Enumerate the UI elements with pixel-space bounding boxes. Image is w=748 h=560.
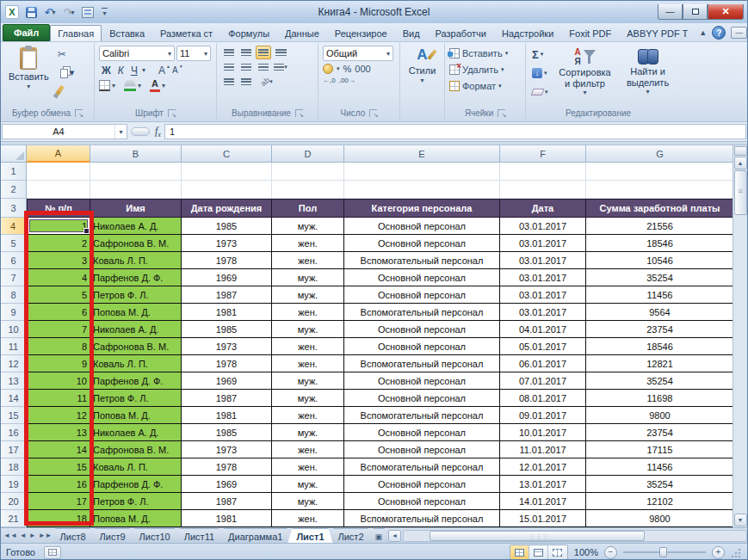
row-header-13[interactable]: 13 <box>1 372 27 390</box>
cell-A9[interactable]: 6 <box>27 304 90 321</box>
align-top-button[interactable] <box>221 46 237 59</box>
cell-A15[interactable]: 12 <box>27 407 90 424</box>
cell-F3[interactable]: Дата <box>500 199 586 218</box>
column-header-C[interactable]: C <box>182 145 272 163</box>
undo-icon[interactable]: ↶▾ <box>42 5 58 20</box>
cell-F9[interactable]: 03.01.2017 <box>500 304 586 321</box>
cell-D21[interactable]: жен. <box>272 510 344 527</box>
sheet-tab-Лист1[interactable]: Лист1 <box>287 528 332 543</box>
cell-A19[interactable]: 16 <box>27 476 90 493</box>
table-mode-icon[interactable] <box>80 5 96 20</box>
cell-E3[interactable]: Категория персонала <box>344 199 500 218</box>
zoom-out-button[interactable]: − <box>604 546 617 559</box>
cell-E8[interactable]: Основной персонал <box>344 286 500 304</box>
horizontal-scroll-thumb[interactable] <box>430 531 645 541</box>
cell-B16[interactable]: Николаев А. Д. <box>90 424 182 441</box>
cell-E15[interactable]: Вспомогательный персонал <box>344 407 500 424</box>
sheet-tab-Лист9[interactable]: Лист9 <box>91 528 134 543</box>
decrease-indent-button[interactable] <box>221 75 237 89</box>
cell-F4[interactable]: 03.01.2017 <box>500 218 586 235</box>
row-header-10[interactable]: 10 <box>1 321 27 338</box>
format-painter-button[interactable] <box>56 83 77 98</box>
number-format-combo[interactable]: Общий▾ <box>323 46 393 61</box>
cell-F16[interactable]: 10.01.2017 <box>500 424 586 441</box>
font-name-combo[interactable]: Calibri▾ <box>99 46 175 61</box>
column-header-G[interactable]: G <box>586 145 734 163</box>
cell-G6[interactable]: 10546 <box>586 252 734 269</box>
column-header-B[interactable]: B <box>90 145 182 163</box>
cell-G17[interactable]: 17115 <box>586 441 734 458</box>
cell-B18[interactable]: Коваль Л. П. <box>90 458 182 476</box>
cell-F1[interactable] <box>500 163 586 181</box>
ribbon-tab-Файл[interactable]: Файл <box>3 24 50 41</box>
cell-C5[interactable]: 1973 <box>182 235 272 252</box>
minimize-button[interactable]: — <box>658 4 683 20</box>
cell-C15[interactable]: 1981 <box>182 407 272 424</box>
cell-F19[interactable]: 13.01.2017 <box>500 476 586 493</box>
cell-C10[interactable]: 1985 <box>182 321 272 338</box>
cell-G16[interactable]: 23754 <box>586 424 734 441</box>
cell-G10[interactable]: 23754 <box>586 321 734 338</box>
cell-D2[interactable] <box>272 181 344 199</box>
cell-D4[interactable]: муж. <box>272 218 344 235</box>
cell-F10[interactable]: 04.01.2017 <box>500 321 586 338</box>
cell-B11[interactable]: Сафронова В. М. <box>90 338 182 355</box>
cell-G21[interactable]: 9800 <box>586 510 734 527</box>
cell-E5[interactable]: Основной персонал <box>344 235 500 252</box>
next-sheet-icon[interactable]: ► <box>29 532 36 539</box>
cell-A5[interactable]: 2 <box>27 235 90 252</box>
cell-D12[interactable]: жен. <box>272 355 344 372</box>
cell-C7[interactable]: 1969 <box>182 269 272 286</box>
cell-C1[interactable] <box>182 163 272 181</box>
underline-button[interactable]: Ч <box>128 63 140 77</box>
zoom-slider-thumb[interactable] <box>659 547 667 557</box>
clipboard-dialog-launcher-icon[interactable] <box>75 109 83 117</box>
cell-G20[interactable]: 12102 <box>586 493 734 510</box>
cell-G11[interactable]: 18546 <box>586 338 734 355</box>
cell-G15[interactable]: 9800 <box>586 407 734 424</box>
row-header-20[interactable]: 20 <box>1 493 27 510</box>
increase-indent-button[interactable] <box>238 75 254 89</box>
page-layout-view-button[interactable] <box>529 545 548 559</box>
formula-input[interactable]: 1 <box>164 124 746 139</box>
cell-A6[interactable]: 3 <box>27 252 90 269</box>
row-header-21[interactable]: 21 <box>1 510 27 527</box>
restore-button[interactable] <box>683 4 708 20</box>
cell-D5[interactable]: жен. <box>272 235 344 252</box>
cell-G14[interactable]: 11698 <box>586 390 734 407</box>
cell-G12[interactable]: 12821 <box>586 355 734 372</box>
cell-B7[interactable]: Парфенов Д. Ф. <box>90 269 182 286</box>
cell-D8[interactable]: муж. <box>272 286 344 304</box>
clear-button[interactable]: ▾ <box>530 84 550 100</box>
cell-D17[interactable]: жен. <box>272 441 344 458</box>
column-header-D[interactable]: D <box>272 145 344 163</box>
chevron-down-icon[interactable]: ▾ <box>114 125 127 138</box>
row-header-18[interactable]: 18 <box>1 458 27 476</box>
bold-button[interactable]: Ж <box>99 63 114 77</box>
cell-G4[interactable]: 21556 <box>586 218 734 235</box>
cell-B21[interactable]: Попова М. Д. <box>90 510 182 527</box>
number-dialog-launcher-icon[interactable] <box>369 109 377 117</box>
cell-E6[interactable]: Вспомогательный персонал <box>344 252 500 269</box>
sheet-tab-Лист11[interactable]: Лист11 <box>176 528 223 543</box>
find-select-button[interactable]: Найти и выделить ▾ <box>619 46 677 98</box>
sheet-tab-Лист8[interactable]: Лист8 <box>52 528 95 543</box>
cell-C19[interactable]: 1969 <box>182 476 272 493</box>
cell-G18[interactable]: 11456 <box>586 458 734 476</box>
cell-A2[interactable] <box>27 181 90 199</box>
row-header-9[interactable]: 9 <box>1 304 27 321</box>
cell-C4[interactable]: 1985 <box>182 218 272 235</box>
row-header-5[interactable]: 5 <box>1 235 27 252</box>
cell-F18[interactable]: 12.01.2017 <box>500 458 586 476</box>
decrease-decimal-button[interactable]: ,00→ <box>339 77 355 84</box>
align-left-button[interactable] <box>221 60 237 74</box>
row-header-14[interactable]: 14 <box>1 390 27 407</box>
cell-G9[interactable]: 9564 <box>586 304 734 321</box>
cell-B1[interactable] <box>90 163 182 181</box>
cell-F20[interactable]: 14.01.2017 <box>500 493 586 510</box>
cell-C2[interactable] <box>182 181 272 199</box>
cut-button[interactable]: ✂ <box>56 46 77 62</box>
ribbon-tab-Данные[interactable]: Данные <box>277 25 327 41</box>
percent-style-button[interactable]: % <box>343 64 352 74</box>
column-header-E[interactable]: E <box>344 145 500 163</box>
